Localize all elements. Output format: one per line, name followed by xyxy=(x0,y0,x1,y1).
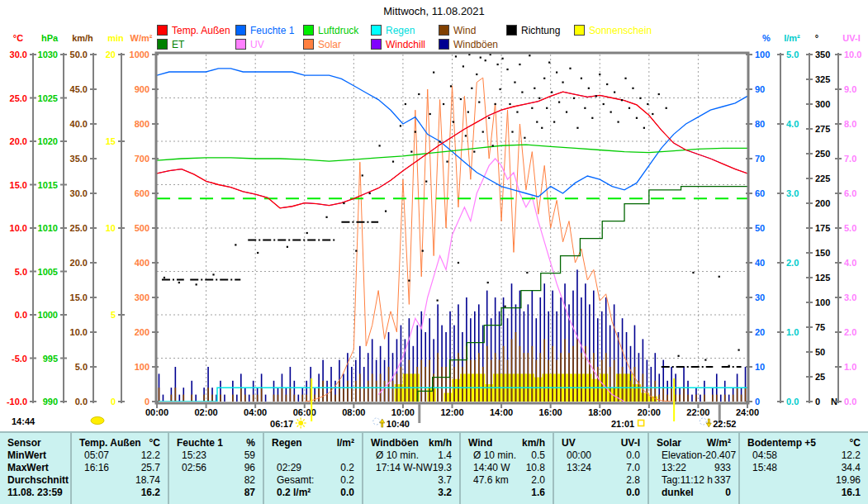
axis-tick-label: 900 xyxy=(135,84,149,94)
cell-time xyxy=(177,474,182,487)
axis-tick-label: 700 xyxy=(135,154,149,164)
cell-time xyxy=(371,487,376,499)
axis-tick-label: 600 xyxy=(135,188,149,198)
table-cell: 82 xyxy=(169,474,263,487)
column-header: UVUV-I xyxy=(554,437,647,449)
axis-tick-label: 250 xyxy=(815,149,830,159)
column-header: Feuchte 1% xyxy=(169,437,263,449)
axis-tick-label: 300 xyxy=(135,292,149,302)
column-bodentemp-5: Bodentemp +5°C04:5812.215:4834.419.9616.… xyxy=(738,433,868,504)
cell-time xyxy=(468,487,473,499)
axis-tick-label: 20 xyxy=(755,327,765,337)
cell-value: 96 xyxy=(244,462,255,474)
table-cell: 0.0 xyxy=(554,487,647,499)
column-header: SolarW/m² xyxy=(649,437,738,449)
cell-value: 0.2 xyxy=(340,462,354,474)
table-cell: 14:40 W10.8 xyxy=(461,462,553,474)
column-windb-en: Windböenkm/hØ 10 min.1.417:14 W-NW19.33.… xyxy=(362,433,459,504)
axis-tick-label: min xyxy=(107,33,124,43)
axis-tick-label: 325 xyxy=(815,74,830,84)
axis-tick-label: 50.0 xyxy=(70,50,88,59)
axis-tick-label: 06:00 xyxy=(293,407,316,417)
cell-time: 15:23 xyxy=(177,449,206,462)
axis-tick-label: 0 xyxy=(145,397,149,407)
cell-time: 15:48 xyxy=(747,462,777,474)
axis-tick-label: 5.0 xyxy=(844,223,856,233)
axis-tick-label: 30.0 xyxy=(70,188,88,198)
grid xyxy=(157,55,747,402)
cell-value: 337 xyxy=(714,474,731,487)
axis-tick-label: 25.0 xyxy=(10,93,27,103)
axis-tick-label: 1020 xyxy=(38,136,58,146)
table-cell: 18.74 xyxy=(72,474,168,487)
row-label: Durchschnitt xyxy=(0,474,70,487)
cell-value: 82 xyxy=(244,474,255,487)
cell-time xyxy=(562,474,567,487)
axis-tick-label: 10.0 xyxy=(70,327,88,337)
cell-value: 18.74 xyxy=(135,474,160,487)
table-cell: 16:1625.7 xyxy=(72,462,168,474)
cell-time: Ø 10 min. xyxy=(468,449,516,462)
weather-chart-page: Mittwoch, 11.08.2021 Temp. AußenFeuchte … xyxy=(0,0,868,504)
axis-tick-label: 80 xyxy=(755,119,765,129)
row-label-text: MinWert xyxy=(7,449,46,462)
row-label-text: MaxWert xyxy=(7,462,49,474)
cell-value: -20.407 xyxy=(702,449,736,462)
axis-tick-label: 18:00 xyxy=(588,407,611,417)
row-label-text: Sensor xyxy=(7,437,41,449)
cell-value: 25.7 xyxy=(141,462,160,474)
axis-tick-label: 200 xyxy=(135,327,149,337)
axis-tick-label: 4.0 xyxy=(786,119,799,129)
axis-tick-label: 1025 xyxy=(38,93,58,103)
axis-tick-label: 9.0 xyxy=(844,84,856,94)
marker-moon-time: 14:44 xyxy=(12,416,104,426)
axis-tick-label: 100 xyxy=(815,297,830,307)
axis-tick-label: 25.0 xyxy=(70,223,88,233)
cell-value: 12.2 xyxy=(842,449,861,462)
cell-time: 16:16 xyxy=(79,462,109,474)
cell-time: Ø 10 min. xyxy=(371,449,419,462)
axis-tick-label: 0.0 xyxy=(786,397,799,407)
axis-tick-label: ° xyxy=(815,33,818,43)
axis-Wm: 10009008007006005004003002001000W/m² xyxy=(130,33,159,407)
axis-tick-label: 275 xyxy=(815,124,830,134)
column-name: Solar xyxy=(657,437,681,449)
axis-tick-label: 14:44 xyxy=(12,416,36,426)
column-header: Bodentemp +5°C xyxy=(740,437,868,449)
column-name: Temp. Außen xyxy=(79,437,141,449)
cell-time: Elevation xyxy=(657,449,702,462)
axis-lm: 5.04.03.02.01.00.0l/m² xyxy=(777,33,800,407)
axis-tick-label: 21:01 xyxy=(611,419,634,429)
axis-tick-label: 5.0 xyxy=(75,362,88,372)
axis-tick-label: 1010 xyxy=(38,223,58,233)
axis-tick-label: 30 xyxy=(755,292,765,302)
cell-time xyxy=(79,474,84,487)
axis-tick-label: 0.0 xyxy=(844,397,856,407)
axis-tick-label: 1000 xyxy=(38,310,58,320)
axis-tick-label: km/h xyxy=(72,33,93,43)
column-unit: km/h xyxy=(522,437,545,449)
axis-tick-label: 15.0 xyxy=(70,292,88,302)
column-unit: UV-I xyxy=(621,437,640,449)
cell-value: 7.0 xyxy=(626,462,640,474)
cell-time xyxy=(562,487,567,499)
cell-value: 12.2 xyxy=(141,449,160,462)
axis-tick-label: 990 xyxy=(43,397,58,407)
axis-tick-label: 5 xyxy=(111,310,116,320)
axis-tick-label: 75 xyxy=(815,322,825,332)
axis-tick-label: l/m² xyxy=(784,33,800,43)
summary-table: SensorMinWertMaxWertDurchschnitt11.08. 2… xyxy=(0,431,868,504)
row-label-text: 11.08. 23:59 xyxy=(7,487,63,499)
axis-tick-label: hPa xyxy=(41,33,59,43)
axis-tick-label: 60 xyxy=(755,188,765,198)
cell-value: 1.6 xyxy=(531,487,545,499)
column-unit: l/m² xyxy=(337,437,354,449)
column-unit: °C xyxy=(149,437,160,449)
x-axis: 00:0002:0004:0006:0008:0010:0012:0014:00… xyxy=(145,403,759,417)
cell-value: 0.0 xyxy=(626,449,640,462)
axis-tick-label: -10.0 xyxy=(7,397,27,407)
column-name: Bodentemp +5 xyxy=(747,437,816,449)
axis-tick-label: 14:00 xyxy=(490,407,513,417)
axis-min: 20151050min xyxy=(106,33,125,407)
axis-tick-label: 0 xyxy=(815,397,820,407)
